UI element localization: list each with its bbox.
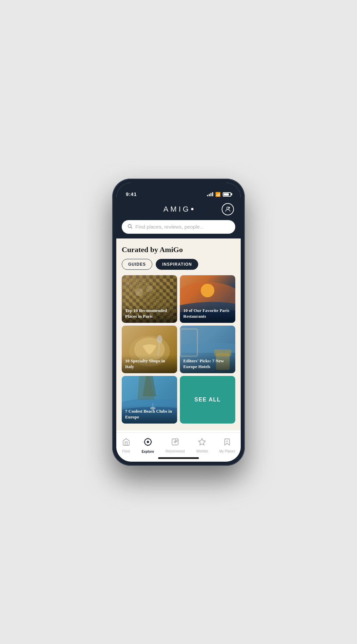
status-icons: 📶 — [207, 192, 231, 197]
card-overlay: Editors' Picks: 7 New Europe Hotels — [180, 355, 235, 373]
svg-point-14 — [157, 335, 163, 343]
search-bar[interactable]: Find places, reviews, people... — [122, 220, 235, 234]
svg-point-38 — [175, 438, 178, 441]
card-overlay: Top 10 Recommended Places in Paris — [122, 304, 177, 323]
curated-section: Curated by AmiGo GUIDES INSPIRATION — [116, 238, 241, 429]
filter-tabs: GUIDES INSPIRATION — [122, 259, 235, 270]
nav-explore[interactable]: Explore — [137, 436, 158, 455]
card-label-paris-recommended: Top 10 Recommended Places in Paris — [125, 308, 174, 319]
scroll-content: Curated by AmiGo GUIDES INSPIRATION — [116, 238, 241, 432]
home-indicator — [158, 457, 199, 459]
search-icon — [127, 224, 133, 230]
svg-point-34 — [147, 441, 149, 442]
nav-wishlist-label: Wishlist — [196, 449, 208, 453]
logo-dot — [191, 208, 193, 210]
wifi-icon: 📶 — [215, 192, 221, 197]
card-paris-restaurants[interactable]: 10 of Our Favorite Paris Restaurants — [180, 275, 235, 323]
see-all-card[interactable]: SEE ALL — [180, 376, 235, 424]
phone-device: 9:41 📶 AMIG + — [112, 179, 245, 466]
card-europe-hotels[interactable]: Editors' Picks: 7 New Europe Hotels — [180, 326, 235, 373]
nav-my-places-label: My Places — [219, 449, 235, 453]
curated-title: Curated by AmiGo — [122, 245, 235, 254]
tab-guides[interactable]: GUIDES — [122, 259, 152, 270]
card-label-europe-hotels: Editors' Picks: 7 New Europe Hotels — [183, 358, 232, 370]
battery-icon — [223, 192, 231, 197]
card-overlay: 10 of Our Favorite Paris Restaurants — [180, 304, 235, 323]
phone-screen: 9:41 📶 AMIG + — [116, 183, 241, 462]
tab-inspiration[interactable]: INSPIRATION — [156, 259, 198, 270]
card-beach-clubs[interactable]: 7 Coolest Beach Clubs in Europe — [122, 376, 177, 424]
status-time: 9:41 — [126, 191, 137, 197]
profile-button[interactable]: + — [222, 203, 234, 215]
card-label-paris-restaurants: 10 of Our Favorite Paris Restaurants — [183, 308, 232, 319]
see-all-label: SEE ALL — [194, 397, 221, 403]
svg-point-3 — [128, 224, 131, 227]
svg-point-9 — [146, 285, 153, 292]
app-header: AMIG + — [116, 200, 241, 220]
app-logo: AMIG — [163, 205, 193, 214]
nav-my-places[interactable]: My Places — [215, 436, 239, 455]
signal-icon — [207, 192, 213, 196]
add-icon — [171, 438, 179, 448]
svg-marker-39 — [199, 439, 205, 445]
search-container: Find places, reviews, people... — [116, 220, 241, 238]
curated-grid: Top 10 Recommended Places in Paris — [122, 275, 235, 424]
svg-line-4 — [131, 227, 132, 229]
card-label-beach-clubs: 7 Coolest Beach Clubs in Europe — [125, 409, 174, 420]
search-placeholder: Find places, reviews, people... — [135, 224, 204, 230]
home-icon — [122, 438, 130, 448]
card-label-italy-shops: 10 Specialty Shops in Italy — [125, 358, 174, 370]
notch — [157, 183, 200, 194]
explore-icon — [143, 437, 152, 448]
nav-wishlist[interactable]: Wishlist — [192, 436, 212, 455]
nav-recommend[interactable]: Recommend — [162, 436, 189, 455]
svg-text:+: + — [229, 207, 230, 208]
nav-explore-label: Explore — [141, 450, 154, 453]
bookmark-icon — [223, 438, 231, 448]
card-paris-recommended[interactable]: Top 10 Recommended Places in Paris — [122, 275, 177, 323]
card-overlay: 7 Coolest Beach Clubs in Europe — [122, 405, 177, 424]
svg-point-8 — [135, 288, 143, 296]
star-icon — [198, 438, 206, 448]
nav-feed-label: Feed — [122, 449, 130, 453]
nav-feed[interactable]: Feed — [118, 436, 134, 455]
card-overlay: 10 Specialty Shops in Italy — [122, 355, 177, 373]
nav-recommend-label: Recommend — [166, 449, 185, 453]
svg-point-11 — [201, 284, 215, 297]
card-italy-shops[interactable]: 10 Specialty Shops in Italy — [122, 326, 177, 373]
